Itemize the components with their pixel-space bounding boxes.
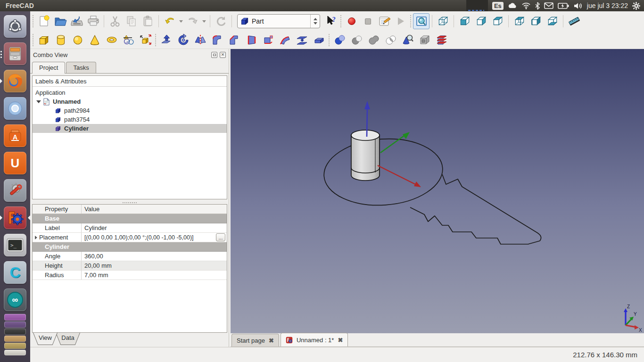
save-document-button[interactable] bbox=[68, 13, 85, 29]
workbench-selector[interactable]: Part bbox=[237, 14, 320, 28]
stacked-app-media[interactable] bbox=[4, 314, 26, 321]
print-button[interactable] bbox=[85, 13, 101, 29]
part-box-button[interactable] bbox=[35, 33, 52, 48]
part-intersection-button[interactable] bbox=[382, 33, 399, 48]
stacked-app-photos[interactable] bbox=[4, 336, 26, 342]
whats-this-button[interactable]: ? bbox=[323, 13, 339, 29]
part-sweep-button[interactable] bbox=[277, 33, 294, 48]
property-row-radius[interactable]: Radius 7,00 mm bbox=[33, 271, 227, 280]
part-cone-button[interactable] bbox=[86, 33, 103, 48]
toolbar-handle[interactable] bbox=[33, 34, 33, 46]
undo-button[interactable] bbox=[161, 13, 178, 29]
tree-item-path3754[interactable]: path3754 bbox=[33, 115, 227, 124]
tree-item-document[interactable]: Unnamed bbox=[33, 97, 227, 106]
tree-item-path2984[interactable]: path2984 bbox=[33, 106, 227, 115]
property-group-cylinder[interactable]: Cylinder bbox=[33, 242, 227, 252]
undo-history-dropdown[interactable] bbox=[178, 14, 184, 28]
firefox-button[interactable] bbox=[4, 70, 26, 92]
toolbar-handle[interactable] bbox=[329, 34, 330, 46]
property-row-angle[interactable]: Angle 360,00 bbox=[33, 252, 227, 261]
part-shape-builder-button[interactable] bbox=[137, 33, 154, 48]
cylinder-solid[interactable] bbox=[351, 130, 380, 181]
software-center-button[interactable]: A bbox=[4, 124, 26, 147]
measure-distance-button[interactable] bbox=[566, 13, 582, 29]
part-cylinder-button[interactable] bbox=[52, 33, 69, 48]
property-row-height[interactable]: Height 20,00 mm bbox=[33, 261, 227, 271]
part-revolve-button[interactable] bbox=[175, 33, 192, 48]
front-view-button[interactable] bbox=[456, 13, 473, 29]
placement-edit-button[interactable]: ... bbox=[216, 233, 225, 241]
part-primitives-button[interactable] bbox=[120, 33, 137, 48]
part-extrude-button[interactable] bbox=[158, 33, 175, 48]
new-document-button[interactable] bbox=[35, 13, 52, 29]
axonometric-view-button[interactable] bbox=[435, 13, 451, 29]
wifi-icon[interactable] bbox=[521, 2, 531, 9]
ubuntu-one-button[interactable]: U bbox=[4, 152, 26, 174]
chromium-button[interactable] bbox=[4, 97, 26, 120]
freecad-button[interactable] bbox=[4, 206, 26, 229]
3d-viewport[interactable]: Z Y X bbox=[231, 49, 644, 333]
bottom-view-button[interactable] bbox=[544, 13, 561, 29]
property-row-placement[interactable]: Placement [(0,00 0,00 1,00);0,00 °;(0,00… bbox=[33, 233, 227, 242]
arduino-button[interactable]: ∞ bbox=[4, 288, 26, 311]
tab-data[interactable]: Data bbox=[56, 333, 80, 345]
bluetooth-icon[interactable] bbox=[535, 2, 540, 10]
stacked-app-folder[interactable] bbox=[4, 343, 26, 349]
part-chamfer-button[interactable] bbox=[226, 33, 243, 48]
part-fillet-button[interactable] bbox=[209, 33, 226, 48]
part-thickness-button[interactable] bbox=[311, 33, 328, 48]
tab-start-page[interactable]: Start page ✖ bbox=[231, 334, 279, 346]
file-manager-button[interactable] bbox=[4, 42, 26, 65]
c-ide-button[interactable]: C bbox=[4, 261, 26, 284]
property-row-label[interactable]: Label Cylinder bbox=[33, 223, 227, 233]
part-sphere-button[interactable] bbox=[69, 33, 86, 48]
tab-project[interactable]: Project bbox=[32, 62, 65, 74]
battery-icon[interactable] bbox=[558, 3, 569, 9]
part-loft-button[interactable] bbox=[260, 33, 277, 48]
part-defeaturing-button[interactable] bbox=[416, 33, 433, 48]
close-tab-icon[interactable]: ✖ bbox=[269, 337, 274, 344]
open-document-button[interactable] bbox=[52, 13, 68, 29]
expander-icon[interactable] bbox=[36, 100, 41, 103]
toolbar-handle[interactable] bbox=[33, 15, 33, 27]
system-settings-button[interactable] bbox=[4, 179, 26, 202]
top-view-button[interactable] bbox=[489, 13, 506, 29]
tab-view[interactable]: View bbox=[33, 333, 58, 345]
rear-view-button[interactable] bbox=[511, 13, 528, 29]
float-panel-icon[interactable] bbox=[211, 52, 217, 58]
property-group-base[interactable]: Base bbox=[33, 214, 227, 223]
macro-edit-button[interactable] bbox=[376, 13, 393, 29]
left-view-button[interactable] bbox=[528, 13, 544, 29]
cloud-icon[interactable] bbox=[508, 2, 517, 9]
panel-splitter[interactable] bbox=[32, 201, 227, 204]
part-check-geometry-button[interactable] bbox=[399, 33, 416, 48]
tree-item-cylinder-selected[interactable]: Cylinder bbox=[33, 124, 227, 133]
tree-root-application[interactable]: Application bbox=[33, 88, 227, 97]
cylinder-top-face[interactable] bbox=[351, 130, 380, 140]
part-section-button[interactable] bbox=[294, 33, 311, 48]
stacked-app-purple[interactable] bbox=[4, 321, 26, 328]
part-boolean-button[interactable] bbox=[331, 33, 348, 48]
toolbar-handle[interactable] bbox=[410, 15, 411, 27]
tab-unnamed-document[interactable]: Unnamed : 1* ✖ bbox=[281, 333, 348, 346]
mail-icon[interactable] bbox=[544, 2, 553, 9]
part-torus-button[interactable] bbox=[103, 33, 120, 48]
macro-record-button[interactable] bbox=[343, 13, 360, 29]
stacked-app-gimp[interactable] bbox=[4, 329, 26, 335]
keyboard-layout-indicator[interactable]: Es bbox=[492, 2, 504, 10]
session-gear-icon[interactable] bbox=[632, 2, 640, 10]
volume-icon[interactable] bbox=[573, 2, 583, 9]
placement-expander-icon[interactable] bbox=[35, 236, 37, 239]
toolbar-handle[interactable] bbox=[155, 34, 156, 46]
part-cut-button[interactable] bbox=[348, 33, 365, 48]
fit-all-button[interactable] bbox=[413, 13, 429, 29]
toolbar-handle[interactable] bbox=[340, 15, 341, 27]
workbench-selector-spinner[interactable] bbox=[310, 15, 320, 28]
close-panel-icon[interactable]: ✕ bbox=[220, 52, 226, 58]
part-ruled-surface-button[interactable] bbox=[243, 33, 260, 48]
close-tab-icon[interactable]: ✖ bbox=[338, 337, 343, 344]
part-union-button[interactable] bbox=[365, 33, 382, 48]
right-view-button[interactable] bbox=[473, 13, 489, 29]
viewport-background[interactable] bbox=[231, 49, 644, 333]
tab-tasks[interactable]: Tasks bbox=[66, 62, 96, 73]
